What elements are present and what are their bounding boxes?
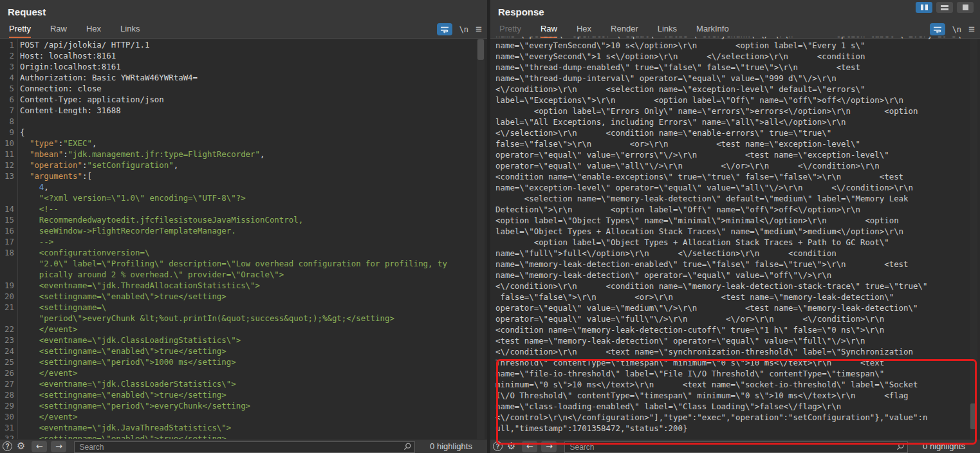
find-next-button[interactable]: → xyxy=(51,441,66,452)
code-line: "<?xml version=\"1.0\" encoding=\"UTF-8\… xyxy=(0,192,487,203)
tab-render[interactable]: Render xyxy=(611,21,638,38)
tab-pretty[interactable]: Pretty xyxy=(9,21,31,38)
response-find-bar: ? ⚙ ← → 0 highlights xyxy=(490,439,980,453)
code-line: <\/condition>\r\n <selection name=\"exce… xyxy=(495,84,980,95)
code-line: <option label=\"Object Types + Allocatio… xyxy=(495,237,980,248)
help-icon[interactable]: ? xyxy=(493,441,503,451)
code-line: 19 <eventname=\"jdk.ThreadAllocationStat… xyxy=(0,280,487,291)
code-line: 21 <settingname=\ xyxy=(0,302,487,313)
code-line: 31 <eventname=\"jdk.JavaThreadStatistics… xyxy=(0,422,487,433)
code-line: operator=\"equal\" value=\"all\"\/>\r\n … xyxy=(495,160,980,171)
code-line: <\/selection>\r\n <condition name=\"enab… xyxy=(495,127,980,138)
single-view-button[interactable] xyxy=(957,2,974,13)
code-line: 11 "mbean":"jdk.management.jfr:type=Flig… xyxy=(0,149,487,160)
line-number: 17 xyxy=(0,236,16,247)
request-scrollbar[interactable] xyxy=(477,39,485,439)
response-panel: Response Pretty Raw Hex Render Links Mar… xyxy=(490,0,980,453)
code-line: name=\"exception-level\" operator=\"equa… xyxy=(495,182,980,193)
search-settings-gear-icon[interactable]: ⚙ xyxy=(17,441,25,451)
line-number: 3 xyxy=(0,61,16,72)
code-line: name=\"memory-leak-detection\" operator=… xyxy=(495,270,980,281)
code-line: <test name=\"memory-leak-detection\" ope… xyxy=(495,335,980,346)
request-panel: Request Pretty Raw Hex Links \n ≡ 1 xyxy=(0,0,487,453)
line-number: 32 xyxy=(0,433,16,439)
response-highlights-count: 0 highlights xyxy=(908,441,980,451)
tab-raw[interactable]: Raw xyxy=(541,21,557,38)
tab-hex[interactable]: Hex xyxy=(86,21,101,38)
code-line: 13 "arguments":[ xyxy=(0,171,487,181)
code-line: name=\"file-io-threshold\" label=\"File … xyxy=(495,368,980,379)
response-editor[interactable]: name=\"period\" operator=\"equal\" value… xyxy=(490,37,980,439)
split-columns-button[interactable] xyxy=(916,2,932,13)
code-line: 25 <settingname=\"period\">1000 ms</sett… xyxy=(0,356,487,367)
word-wrap-icon xyxy=(933,26,942,33)
line-number: 27 xyxy=(0,378,16,389)
tab-hex[interactable]: Hex xyxy=(577,21,591,38)
help-icon[interactable]: ? xyxy=(3,441,12,451)
find-previous-button[interactable]: ← xyxy=(522,441,537,452)
tab-markinfo[interactable]: MarkInfo xyxy=(696,21,729,38)
code-line: name=\"full\">full<\/option>\r\n <\/sele… xyxy=(495,248,980,259)
code-line: label=\"Exceptions\">\r\n <option label=… xyxy=(495,95,980,106)
code-line: 4Authorization: Basic YWRtaW46YWRtaW4= xyxy=(0,72,487,83)
code-line: false=\"false\">\r\n <or>\r\n <test name… xyxy=(495,291,980,302)
line-number: 4 xyxy=(0,72,16,83)
code-line: ull,"timestamp":1701358472,"status":200} xyxy=(495,423,980,434)
word-wrap-button[interactable] xyxy=(437,23,452,35)
response-search-input[interactable] xyxy=(564,441,908,453)
search-settings-gear-icon[interactable]: ⚙ xyxy=(507,441,515,451)
line-number: 26 xyxy=(0,367,16,378)
response-scrollbar-thumb[interactable] xyxy=(970,403,977,429)
editor-menu-icon[interactable]: ≡ xyxy=(476,24,482,35)
code-line: <\/control>\r\n<\/configuration>"],"type… xyxy=(495,412,980,423)
line-number: 25 xyxy=(0,356,16,367)
code-line: 10 "type":"EXEC", xyxy=(0,138,487,149)
code-line: 17 --> xyxy=(0,236,487,247)
code-line: false=\"false\">\r\n <or>\r\n <test name… xyxy=(495,138,980,149)
request-tabs: Pretty Raw Hex Links xyxy=(9,21,140,38)
find-next-button[interactable]: → xyxy=(541,441,557,452)
tab-raw[interactable]: Raw xyxy=(50,21,67,38)
line-number: 18 xyxy=(0,247,16,258)
line-number: 28 xyxy=(0,389,16,400)
line-number: 19 xyxy=(0,280,16,291)
request-editor[interactable]: 1POST /api/jolokia/ HTTP/1.12Host: local… xyxy=(0,39,487,439)
line-number: 13 xyxy=(0,171,16,181)
code-line: 14 <!-- xyxy=(0,203,487,214)
request-scrollbar-thumb[interactable] xyxy=(477,39,484,60)
response-title: Response xyxy=(498,6,544,17)
code-line: 30 </event> xyxy=(0,411,487,422)
code-line: <option label=\"Object Types\" name=\"mi… xyxy=(495,215,980,226)
tab-links[interactable]: Links xyxy=(658,21,677,38)
line-number xyxy=(0,269,16,280)
editor-menu-icon[interactable]: ≡ xyxy=(968,24,975,35)
code-line: name=\"everyTenSecond\">10 s<\/option>\r… xyxy=(495,40,980,51)
tab-pretty[interactable]: Pretty xyxy=(499,21,521,38)
code-line: name=\"everySecond\">1 s<\/option>\r\n <… xyxy=(495,51,980,62)
line-number: 21 xyxy=(0,302,16,313)
request-search-input[interactable] xyxy=(74,441,415,453)
find-previous-button[interactable]: ← xyxy=(32,441,47,452)
split-rows-button[interactable] xyxy=(936,2,953,13)
request-header: Request Pretty Raw Hex Links \n ≡ xyxy=(0,0,487,39)
code-line: Threshold\" contentType=\"timespan\" min… xyxy=(495,357,980,368)
code-line: "period\">everyChunk &lt;%out.printIn(&q… xyxy=(0,313,487,324)
newline-toggle[interactable]: \n xyxy=(952,25,961,34)
code-line: 26 </event> xyxy=(0,367,487,378)
code-line: 3Origin:localhost:8161 xyxy=(0,61,487,72)
line-number: 29 xyxy=(0,400,16,411)
newline-toggle[interactable]: \n xyxy=(459,25,468,34)
line-number xyxy=(0,192,16,203)
code-line: 27 <eventname=\"jdk.ClassLoaderStatistic… xyxy=(0,378,487,389)
code-line: 22 </event> xyxy=(0,324,487,335)
code-line: label=\"All Exceptions, including Errors… xyxy=(495,116,980,127)
code-line: 24 <settingname=\"enabled\">true</settin… xyxy=(0,346,487,356)
tab-links[interactable]: Links xyxy=(120,21,140,38)
line-number: 23 xyxy=(0,335,16,346)
response-scrollbar[interactable] xyxy=(970,39,977,439)
code-line: <selection name=\"memory-leak-detection\… xyxy=(495,193,980,204)
line-number xyxy=(0,181,16,192)
word-wrap-button[interactable] xyxy=(930,23,945,35)
code-line: 16 seeWindow->FlightRecorderTemplateMana… xyxy=(0,225,487,236)
code-line: operator=\"equal\" value=\"errors\"\/>\r… xyxy=(495,149,980,160)
